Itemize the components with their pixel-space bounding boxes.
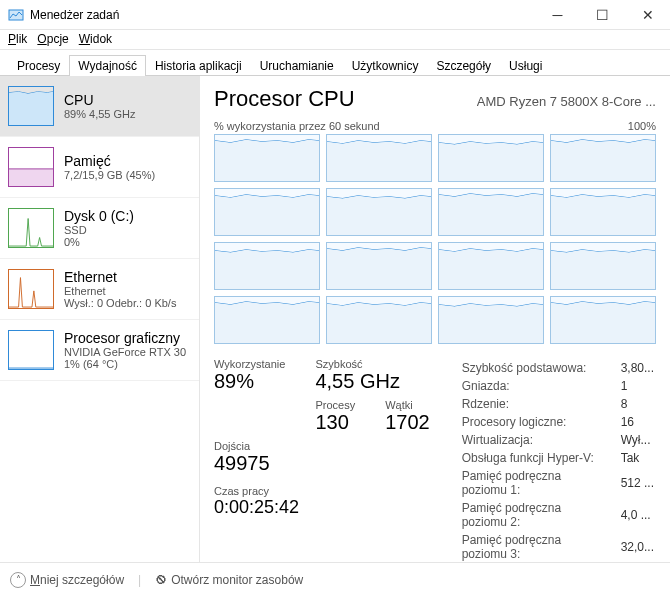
tabs: Procesy Wydajność Historia aplikacji Uru… xyxy=(0,50,670,76)
sidebar-item-cpu[interactable]: CPU 89% 4,55 GHz xyxy=(0,76,199,137)
fewer-details-link[interactable]: ˄ Mniej szczegółów xyxy=(10,572,124,588)
sidebar-item-ethernet[interactable]: Ethernet Ethernet Wysł.: 0 Odebr.: 0 Kb/… xyxy=(0,259,199,320)
menu-options[interactable]: Opcje xyxy=(37,32,68,47)
threads-label: Wątki xyxy=(385,399,430,411)
svg-marker-30 xyxy=(215,302,319,343)
core-graph-8 xyxy=(214,242,320,290)
core-graph-5 xyxy=(326,188,432,236)
menu-view[interactable]: Widok xyxy=(79,32,112,47)
core-graph-1 xyxy=(326,134,432,182)
proc-value: 130 xyxy=(315,411,355,434)
core-graph-0 xyxy=(214,134,320,182)
sidebar-disk-sub2: 0% xyxy=(64,236,134,248)
core-graph-2 xyxy=(438,134,544,182)
details-table: Szybkość podstawowa:3,80... Gniazda:1 Rd… xyxy=(460,358,656,564)
sidebar-item-disk[interactable]: Dysk 0 (C:) SSD 0% xyxy=(0,198,199,259)
handles-value: 49975 xyxy=(214,452,285,475)
footer: ˄ Mniej szczegółów | 🛇 Otwórz monitor za… xyxy=(0,562,670,596)
core-graph-13 xyxy=(326,296,432,344)
open-resource-monitor-link[interactable]: 🛇 Otwórz monitor zasobów xyxy=(155,573,303,587)
svg-marker-24 xyxy=(327,248,431,289)
util-value: 89% xyxy=(214,370,285,393)
menu-file[interactable]: Plik xyxy=(8,32,27,47)
svg-marker-14 xyxy=(215,195,319,235)
core-graph-7 xyxy=(550,188,656,236)
proc-label: Procesy xyxy=(315,399,355,411)
sidebar-item-gpu[interactable]: Procesor graficzny NVIDIA GeForce RTX 30… xyxy=(0,320,199,381)
sidebar-disk-title: Dysk 0 (C:) xyxy=(64,208,134,224)
core-graph-15 xyxy=(550,296,656,344)
core-graph-4 xyxy=(214,188,320,236)
sidebar-gpu-sub1: NVIDIA GeForce RTX 30 xyxy=(64,346,186,358)
sidebar-net-sub1: Ethernet xyxy=(64,285,176,297)
svg-marker-32 xyxy=(327,303,431,343)
memory-mini-chart xyxy=(8,147,54,187)
tab-services[interactable]: Usługi xyxy=(500,55,551,76)
sidebar-cpu-sub: 89% 4,55 GHz xyxy=(64,108,136,120)
sidebar-memory-sub: 7,2/15,9 GB (45%) xyxy=(64,169,155,181)
tab-processes[interactable]: Procesy xyxy=(8,55,69,76)
svg-marker-12 xyxy=(551,140,655,181)
tab-performance[interactable]: Wydajność xyxy=(69,55,146,76)
uptime-value: 0:00:25:42 xyxy=(214,497,430,518)
tab-users[interactable]: Użytkownicy xyxy=(343,55,428,76)
speed-label: Szybkość xyxy=(315,358,429,370)
graph-label-right: 100% xyxy=(628,120,656,132)
disk-mini-chart xyxy=(8,208,54,248)
chevron-up-icon: ˄ xyxy=(10,572,26,588)
close-button[interactable]: ✕ xyxy=(625,0,670,30)
sidebar-net-sub2: Wysł.: 0 Odebr.: 0 Kb/s xyxy=(64,297,176,309)
page-title: Procesor CPU xyxy=(214,86,355,112)
core-grid xyxy=(214,134,656,344)
core-graph-9 xyxy=(326,242,432,290)
window-title: Menedżer zadań xyxy=(30,8,535,22)
core-graph-6 xyxy=(438,188,544,236)
graph-label-left: % wykorzystania przez 60 sekund xyxy=(214,120,380,132)
tab-app-history[interactable]: Historia aplikacji xyxy=(146,55,251,76)
cpu-model: AMD Ryzen 7 5800X 8-Core ... xyxy=(477,94,656,109)
handles-label: Dojścia xyxy=(214,440,285,452)
uptime-label: Czas pracy xyxy=(214,485,430,497)
svg-marker-10 xyxy=(439,142,543,181)
svg-rect-0 xyxy=(9,10,23,20)
app-icon xyxy=(8,7,24,23)
gpu-mini-chart xyxy=(8,330,54,370)
minimize-button[interactable]: ─ xyxy=(535,0,580,30)
maximize-button[interactable]: ☐ xyxy=(580,0,625,30)
sidebar-memory-title: Pamięć xyxy=(64,153,155,169)
svg-rect-2 xyxy=(9,169,53,186)
sidebar-item-memory[interactable]: Pamięć 7,2/15,9 GB (45%) xyxy=(0,137,199,198)
speed-value: 4,55 GHz xyxy=(315,370,429,393)
svg-marker-22 xyxy=(215,250,319,289)
net-mini-chart xyxy=(8,269,54,309)
tab-details[interactable]: Szczegóły xyxy=(427,55,500,76)
core-graph-10 xyxy=(438,242,544,290)
svg-marker-8 xyxy=(327,141,431,181)
sidebar-net-title: Ethernet xyxy=(64,269,176,285)
core-graph-14 xyxy=(438,296,544,344)
core-graph-3 xyxy=(550,134,656,182)
svg-marker-26 xyxy=(439,249,543,289)
content: Procesor CPU AMD Ryzen 7 5800X 8-Core ..… xyxy=(200,76,670,576)
menubar: Plik Opcje Widok xyxy=(0,30,670,50)
threads-value: 1702 xyxy=(385,411,430,434)
svg-marker-16 xyxy=(327,196,431,235)
tab-startup[interactable]: Uruchamianie xyxy=(251,55,343,76)
cpu-mini-chart xyxy=(8,86,54,126)
sidebar: CPU 89% 4,55 GHz Pamięć 7,2/15,9 GB (45%… xyxy=(0,76,200,576)
svg-marker-18 xyxy=(439,194,543,235)
sidebar-cpu-title: CPU xyxy=(64,92,136,108)
svg-marker-36 xyxy=(551,302,655,343)
svg-marker-20 xyxy=(551,195,655,235)
resource-monitor-icon: 🛇 xyxy=(155,573,167,587)
svg-marker-6 xyxy=(215,140,319,181)
util-label: Wykorzystanie xyxy=(214,358,285,370)
svg-marker-34 xyxy=(439,304,543,343)
titlebar: Menedżer zadań ─ ☐ ✕ xyxy=(0,0,670,30)
core-graph-11 xyxy=(550,242,656,290)
core-graph-12 xyxy=(214,296,320,344)
svg-marker-28 xyxy=(551,250,655,289)
sidebar-disk-sub1: SSD xyxy=(64,224,134,236)
sidebar-gpu-sub2: 1% (64 °C) xyxy=(64,358,186,370)
sidebar-gpu-title: Procesor graficzny xyxy=(64,330,186,346)
